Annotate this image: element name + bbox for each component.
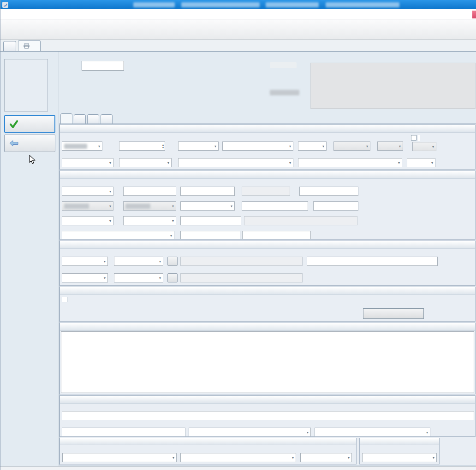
tipo-atendimento-field	[313, 195, 358, 211]
redacted-title-text	[181, 2, 260, 7]
cod-tipo-internacao-input[interactable]	[242, 201, 308, 211]
medico-responsavel-select[interactable]: ▾	[298, 158, 402, 167]
chevron-down-icon: ▾	[167, 161, 169, 165]
internacao-obstetrica-checkbox[interactable]	[62, 297, 67, 302]
tabela-cid-secundario-field: ▾	[62, 267, 108, 282]
leito-select[interactable]: ▾	[222, 141, 293, 151]
redacted-date	[64, 204, 89, 209]
dt-internacao-select[interactable]: ▾	[62, 141, 102, 151]
subtab-alta-obstetrica[interactable]	[101, 114, 113, 123]
plano-categoria-select[interactable]: ▾	[62, 231, 174, 240]
valor-sus-select[interactable]: ▾	[300, 453, 352, 462]
tipo-sanguineo-button[interactable]	[363, 308, 424, 319]
toolbar	[0, 19, 476, 40]
cod-proced-principal-input[interactable]	[180, 216, 241, 225]
acompanhante-select[interactable]: ▾	[298, 141, 327, 151]
tab-bem-vindo[interactable]	[3, 41, 16, 51]
chevron-down-icon: ▾	[104, 276, 106, 280]
redacted-title-text	[266, 2, 319, 7]
cid-secundario-field: ▾	[114, 267, 163, 282]
chevron-down-icon: ▾	[366, 144, 368, 148]
subtab-informacoes-internacao[interactable]	[60, 113, 72, 123]
chevron-down-icon: ▾	[159, 276, 161, 280]
senha-aih-field	[242, 224, 311, 240]
redacted-title-text	[326, 2, 399, 7]
cid-secundario-select[interactable]: ▾	[114, 273, 163, 282]
descricao-cid-primario-input[interactable]	[180, 257, 303, 266]
group-unidade: ▾	[359, 438, 440, 464]
n-guia-input[interactable]	[123, 187, 176, 196]
gravar-button[interactable]	[4, 115, 55, 133]
natureza-tratamento-select[interactable]: ▾	[119, 158, 172, 167]
cid-primario-browse-button[interactable]	[167, 257, 178, 266]
cirurgia-proposta-input[interactable]	[62, 428, 185, 437]
senha-aih-input[interactable]	[242, 231, 311, 240]
usar-pacote-select[interactable]: ▾	[377, 141, 403, 151]
tabela-cid-primario-select[interactable]: ▾	[62, 257, 108, 266]
codigo-procedimento-cih-field: ▾	[180, 446, 296, 462]
redacted-date	[125, 204, 150, 209]
local-admissao-select[interactable]: ▾	[62, 158, 113, 167]
matricula-paciente-input[interactable]	[299, 187, 358, 196]
codigo-procedimento-cih-select[interactable]: ▾	[180, 453, 296, 462]
group-title	[60, 125, 475, 133]
chevron-down-icon: ▾	[170, 234, 172, 238]
pediatra-select[interactable]: ▾	[315, 428, 430, 437]
chevron-down-icon: ▾	[109, 189, 111, 194]
int-vinculada-field: ▾	[407, 152, 435, 167]
nome-unidade-field: ▾	[362, 446, 437, 462]
chevron-down-icon: ▾	[159, 259, 161, 264]
obstetra-field: ▾	[189, 421, 311, 437]
nome-procedimento-input[interactable]	[244, 216, 357, 225]
bottom-bar	[0, 466, 476, 470]
dt-autorizacao-select[interactable]: ▾	[62, 201, 113, 211]
alimen-acompa-select[interactable]: ▾	[333, 141, 370, 151]
obstetra-select[interactable]: ▾	[189, 428, 311, 437]
tipo-atendimento-input[interactable]	[313, 201, 358, 211]
subtab-sumario-alta[interactable]	[87, 114, 99, 123]
chevron-down-icon: ▾	[214, 144, 216, 148]
hipotese-diagnostica-field	[307, 250, 438, 266]
chevron-down-icon: ▾	[231, 204, 232, 208]
medico-pediu-select[interactable]: ▾	[178, 158, 293, 167]
nome-unidade-select[interactable]: ▾	[362, 453, 437, 462]
retornar-button[interactable]	[4, 135, 55, 152]
tab-strip	[0, 40, 476, 52]
group-obs	[60, 323, 476, 394]
dt-emissao-select[interactable]: ▾	[123, 201, 176, 211]
categoria-select[interactable]: ▾	[123, 216, 176, 225]
tabela-cid-secundario-select[interactable]: ▾	[62, 273, 108, 282]
acomodacao-cobrada-select[interactable]: ▾	[62, 216, 113, 225]
day-clinic-select[interactable]: ▾	[412, 142, 436, 151]
day-clinic-checkbox[interactable]	[411, 135, 416, 141]
fonte-remuneracao-field: ▾	[62, 446, 177, 462]
spinner-arrows-icon[interactable]: ▴▾	[162, 143, 164, 149]
chevron-down-icon: ▾	[172, 204, 174, 208]
obs-textarea[interactable]	[61, 331, 474, 393]
usar-pacote-field: ▾	[377, 135, 403, 151]
natureza-internacao-field: ▾	[180, 195, 235, 211]
chevron-down-icon: ▾	[399, 144, 401, 148]
fonte-remuneracao-select[interactable]: ▾	[62, 453, 177, 462]
chevron-down-icon: ▾	[104, 259, 106, 264]
subtab-informacoes-alta[interactable]	[74, 114, 86, 123]
cirurgia-proposta-field	[62, 421, 185, 437]
cid-secundario-browse-button[interactable]	[167, 273, 178, 282]
int-vinculada-select[interactable]: ▾	[407, 158, 435, 167]
senha-atendimento-input[interactable]	[242, 187, 290, 196]
resultado-teste-rapido-input[interactable]	[62, 411, 474, 420]
natureza-internacao-select[interactable]: ▾	[180, 201, 235, 211]
group-title	[60, 438, 356, 445]
descricao-cid-secundario-input[interactable]	[180, 273, 303, 282]
hipotese-diagnostica-input[interactable]	[307, 257, 438, 266]
cid-primario-select[interactable]: ▾	[114, 257, 163, 266]
qtd-diarias-input[interactable]	[180, 231, 240, 240]
dt-internacao-field: ▾	[62, 135, 102, 151]
tab-registros-de-internacao[interactable]	[18, 40, 41, 51]
ficha-input[interactable]	[82, 61, 124, 70]
qtd-diarias-field	[180, 224, 240, 240]
n-guia-solicitacao-input[interactable]	[180, 187, 235, 196]
previsao-alta-select[interactable]: ▾	[178, 141, 219, 151]
convenio-select[interactable]: ▾	[62, 187, 113, 196]
hora-internacao-spinner[interactable]: ▴▾	[119, 141, 165, 151]
